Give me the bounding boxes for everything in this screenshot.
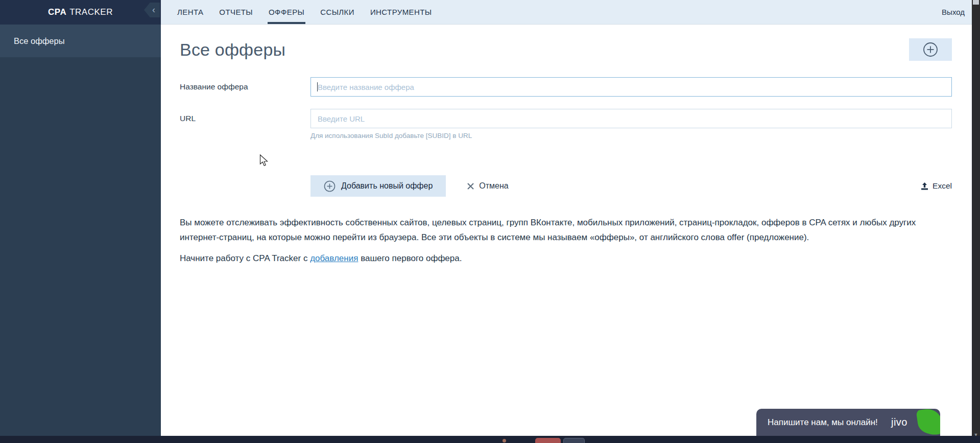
subid-hint: Для использования SubId добавьте [SUBID]… bbox=[310, 132, 952, 139]
x-icon bbox=[467, 182, 474, 190]
getting-started-text: Начните работу с CPA Tracker с добавлени… bbox=[180, 253, 952, 264]
top-navigation-bar: ЛЕНТА ОТЧЕТЫ ОФФЕРЫ ССЫЛКИ ИНСТРУМЕНТЫ В… bbox=[161, 0, 972, 25]
plus-circle-icon bbox=[923, 42, 938, 57]
sidebar-header: CPA TRACKER bbox=[0, 0, 161, 25]
actions-field: Добавить новый оффер Отмена bbox=[310, 175, 952, 197]
add-new-offer-label: Добавить новый оффер bbox=[341, 181, 433, 191]
add-offer-form: Название оффера URL Для использования Su… bbox=[180, 77, 952, 197]
offer-name-field-wrap bbox=[310, 77, 952, 97]
tab-ssylki[interactable]: ССЫЛКИ bbox=[319, 0, 355, 24]
intro-text: Вы можете отслеживать эффективность собс… bbox=[180, 215, 952, 245]
page-title: Все офферы bbox=[180, 38, 285, 61]
plus-circle-icon bbox=[324, 180, 336, 192]
cancel-label: Отмена bbox=[479, 181, 508, 191]
logo-text: TRACKER bbox=[69, 7, 113, 17]
tab-lenta[interactable]: ЛЕНТА bbox=[176, 0, 204, 24]
offer-url-row: URL Для использования SubId добавьте [SU… bbox=[180, 109, 952, 139]
offer-url-label: URL bbox=[180, 109, 310, 139]
app-window: ЛЕНТА ОТЧЕТЫ ОФФЕРЫ ССЫЛКИ ИНСТРУМЕНТЫ В… bbox=[0, 0, 980, 443]
jivo-logo: jivo bbox=[891, 416, 907, 428]
title-row: Все офферы bbox=[180, 38, 952, 61]
offer-name-input[interactable] bbox=[310, 77, 952, 97]
tab-instrumenty[interactable]: ИНСТРУМЕНТЫ bbox=[369, 0, 433, 24]
form-actions-row: Добавить новый оффер Отмена bbox=[180, 175, 952, 197]
sidebar: CPA TRACKER Все офферы bbox=[0, 0, 161, 443]
main-tabs: ЛЕНТА ОТЧЕТЫ ОФФЕРЫ ССЫЛКИ ИНСТРУМЕНТЫ bbox=[176, 0, 433, 24]
start-text-before: Начните работу с CPA Tracker с bbox=[180, 253, 310, 263]
logout-link[interactable]: Выход bbox=[942, 0, 965, 24]
text-caret bbox=[317, 82, 318, 91]
cancel-button[interactable]: Отмена bbox=[467, 181, 508, 191]
chevron-left-icon: ‹ bbox=[152, 3, 155, 17]
chat-message: Напишите нам, мы онлайн! bbox=[768, 417, 878, 428]
taskbar-dot-icon bbox=[503, 439, 506, 442]
add-first-offer-link[interactable]: добавления bbox=[310, 253, 358, 263]
offer-url-input[interactable] bbox=[310, 109, 952, 128]
main-content: Все офферы Название оффера URL bbox=[161, 25, 972, 436]
offer-url-field-wrap: Для использования SubId добавьте [SUBID]… bbox=[310, 109, 952, 139]
taskbar-edge bbox=[0, 436, 980, 443]
add-new-offer-button[interactable]: Добавить новый оффер bbox=[310, 175, 446, 197]
jivo-leaf-icon bbox=[916, 409, 940, 436]
upload-icon bbox=[920, 182, 929, 191]
add-offer-button[interactable] bbox=[909, 38, 952, 61]
tab-otchety[interactable]: ОТЧЕТЫ bbox=[218, 0, 254, 24]
chat-widget[interactable]: Напишите нам, мы онлайн! jivo bbox=[756, 409, 940, 436]
taskbar-gray-button bbox=[563, 438, 585, 443]
offer-name-label: Название оффера bbox=[180, 77, 310, 97]
taskbar-red-button bbox=[535, 438, 561, 443]
excel-label: Excel bbox=[933, 181, 952, 191]
sidebar-item-all-offers[interactable]: Все офферы bbox=[0, 25, 161, 57]
page-scrollbar[interactable]: ▼ bbox=[972, 0, 980, 443]
excel-export-button[interactable]: Excel bbox=[920, 181, 952, 191]
scrollbar-thumb[interactable] bbox=[973, 0, 979, 5]
start-text-after: вашего первого оффера. bbox=[358, 253, 462, 263]
logo-text-bold: CPA bbox=[48, 7, 66, 17]
offer-name-row: Название оффера bbox=[180, 77, 952, 97]
tab-offery[interactable]: ОФФЕРЫ bbox=[268, 0, 305, 24]
